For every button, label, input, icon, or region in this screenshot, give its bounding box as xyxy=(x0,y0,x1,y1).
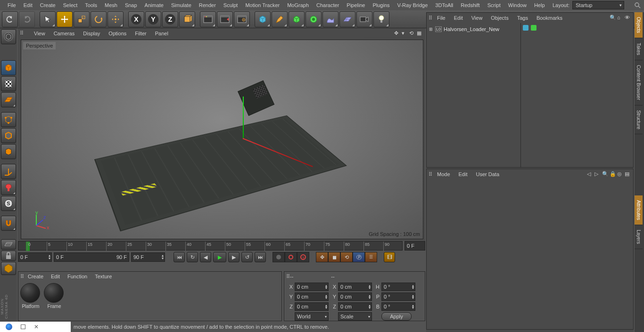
size-x-field[interactable]: 0 cm▴▾ xyxy=(338,283,372,291)
close-icon[interactable]: ✕ xyxy=(34,324,39,330)
rot-b-field[interactable]: 0 °▴▾ xyxy=(381,302,415,311)
make-editable-button[interactable] xyxy=(1,29,16,44)
environment-button[interactable] xyxy=(322,11,339,27)
end-frame-field[interactable]: 90 F▴▾ xyxy=(131,252,165,262)
polygon-mode-button[interactable] xyxy=(1,144,16,159)
fwd-icon[interactable]: ▷ xyxy=(594,171,601,178)
attr-menu-edit[interactable]: Edit xyxy=(455,170,471,178)
grid-snap-button[interactable] xyxy=(1,239,16,250)
vp-nav-zoom-icon[interactable]: ▾ xyxy=(402,30,408,37)
vp-menu-cameras[interactable]: Cameras xyxy=(50,29,79,38)
redo-button[interactable] xyxy=(19,11,35,27)
lock-axis-button[interactable] xyxy=(1,251,16,261)
key-pos-button[interactable]: ✥ xyxy=(316,252,328,262)
tab-content-browser[interactable]: Content Browser xyxy=(635,60,643,105)
search-icon[interactable]: 🔍 xyxy=(602,171,609,178)
apply-button[interactable]: Apply xyxy=(381,312,412,321)
grip-icon[interactable]: ⠿ xyxy=(429,15,432,21)
rot-h-field[interactable]: 0 °▴▾ xyxy=(381,283,415,291)
obj-menu-tags[interactable]: Tags xyxy=(513,14,532,22)
obj-menu-objects[interactable]: Objects xyxy=(487,14,512,22)
vp-menu-view[interactable]: View xyxy=(30,29,49,38)
grip-icon[interactable]: ⠿ xyxy=(20,30,26,37)
obj-menu-view[interactable]: View xyxy=(468,14,487,22)
menu-help[interactable]: Help xyxy=(530,0,549,10)
timeline-ruler[interactable]: 0 5 10 15 20 25 30 35 40 45 50 55 60 65 … xyxy=(18,241,403,251)
object-tags[interactable] xyxy=(521,23,633,167)
tag-icon[interactable] xyxy=(531,25,537,31)
viewport-3d[interactable]: Perspective y x z Grid Spacing : 100 cm xyxy=(21,40,423,239)
tab-takes[interactable]: Takes xyxy=(635,38,643,60)
magnet-button[interactable] xyxy=(1,216,16,231)
menu-file[interactable]: File xyxy=(4,0,20,10)
vp-menu-panel[interactable]: Panel xyxy=(151,29,172,38)
menu-3dtoall[interactable]: 3DToAll xyxy=(431,0,457,10)
menu-pipeline[interactable]: Pipeline xyxy=(343,0,369,10)
light-button[interactable] xyxy=(373,11,389,27)
eye-icon[interactable]: 👁 xyxy=(625,15,631,21)
mat-menu-texture[interactable]: Texture xyxy=(91,272,116,281)
tab-layers[interactable]: Layers xyxy=(635,225,643,249)
task-icon[interactable] xyxy=(21,324,25,329)
axis-tool-button[interactable] xyxy=(1,164,16,179)
menu-sculpt[interactable]: Sculpt xyxy=(220,0,242,10)
spline-pen-button[interactable] xyxy=(272,11,288,27)
coord-system-button[interactable] xyxy=(179,11,195,27)
menu-plugins[interactable]: Plugins xyxy=(369,0,393,10)
snap-button[interactable]: S xyxy=(1,196,16,211)
texture-mode-button[interactable] xyxy=(1,76,16,91)
render-view-button[interactable] xyxy=(200,11,216,27)
render-settings-button[interactable] xyxy=(234,11,250,27)
material-swatch[interactable]: Platform xyxy=(20,283,41,309)
model-mode-button[interactable] xyxy=(1,60,16,75)
attr-menu-userdata[interactable]: User Data xyxy=(472,170,504,178)
pos-z-field[interactable]: 0 cm▴▾ xyxy=(295,302,329,311)
range-slider[interactable]: 0 F90 F xyxy=(54,252,129,262)
expand-icon[interactable]: ⊞ xyxy=(429,27,433,32)
menu-simulate[interactable]: Simulate xyxy=(167,0,195,10)
edge-mode-button[interactable] xyxy=(1,128,16,143)
new-icon[interactable]: ▤ xyxy=(625,171,631,178)
menu-select[interactable]: Select xyxy=(59,0,82,10)
grip-icon[interactable]: ⠿ xyxy=(286,274,290,280)
play-button[interactable]: ▶ xyxy=(213,252,226,262)
axis-z-button[interactable]: Z xyxy=(162,11,178,27)
generator-button[interactable] xyxy=(289,11,305,27)
tab-objects[interactable]: Objects xyxy=(635,12,643,38)
primitive-cube-button[interactable] xyxy=(255,11,271,27)
obj-menu-edit[interactable]: Edit xyxy=(450,14,467,22)
material-swatch[interactable]: Frame xyxy=(44,283,65,309)
coord-scale-dropdown[interactable]: Scale xyxy=(338,312,372,321)
obj-menu-file[interactable]: File xyxy=(433,14,449,22)
scale-tool[interactable] xyxy=(74,11,90,27)
menu-vray[interactable]: V-Ray Bridge xyxy=(394,0,432,10)
record-button[interactable] xyxy=(272,252,285,262)
grip-icon[interactable]: ⠿ xyxy=(429,171,432,178)
pos-x-field[interactable]: 0 cm▴▾ xyxy=(295,283,329,291)
menu-window[interactable]: Window xyxy=(504,0,530,10)
layout-dropdown[interactable]: Startup xyxy=(572,1,624,9)
rot-p-field[interactable]: 0 °▴▾ xyxy=(381,292,415,301)
lock-icon[interactable]: 🔒 xyxy=(610,171,616,178)
key-rot-button[interactable]: ⟲ xyxy=(340,252,353,262)
search-icon[interactable]: 🔍 xyxy=(610,15,616,21)
menu-character[interactable]: Character xyxy=(313,0,343,10)
key-param-button[interactable]: Ⓟ xyxy=(353,252,365,262)
timeline-editor-button[interactable]: 🎞 xyxy=(384,252,395,262)
object-name[interactable]: Halvorsen_Loader_New xyxy=(444,26,499,32)
undo-button[interactable] xyxy=(2,11,18,27)
menu-mograph[interactable]: MoGraph xyxy=(283,0,313,10)
render-queue-button[interactable] xyxy=(217,11,233,27)
axis-y-button[interactable]: Y xyxy=(145,11,161,27)
menu-script[interactable]: Script xyxy=(484,0,504,10)
vp-nav-pan-icon[interactable]: ✥ xyxy=(394,30,401,37)
menu-render[interactable]: Render xyxy=(195,0,220,10)
menu-redshift[interactable]: Redshift xyxy=(457,0,483,10)
mat-menu-edit[interactable]: Edit xyxy=(47,272,64,281)
fwd-button[interactable]: ↺ xyxy=(241,252,253,262)
menu-snap[interactable]: Snap xyxy=(121,0,141,10)
object-tree[interactable]: ⊞ L0 Halvorsen_Loader_New xyxy=(427,23,521,167)
next-frame-button[interactable]: ▶ xyxy=(228,252,239,262)
vp-menu-options[interactable]: Options xyxy=(105,29,130,38)
move-tool[interactable] xyxy=(57,11,73,27)
